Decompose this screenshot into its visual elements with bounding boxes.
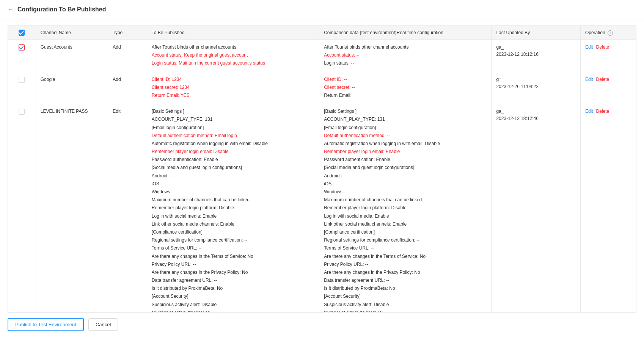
comparison-line: Is it distributed by ProximaBeta: No <box>324 285 487 292</box>
publish-line: iOS : -- <box>152 180 314 188</box>
content-area: Channel Name Type To Be Published Compar… <box>0 19 644 343</box>
table-row: LEVEL INFINITE PASSEdit[Basic Settings ]… <box>8 104 636 313</box>
row-checkbox[interactable] <box>19 44 25 51</box>
updated-at-text: 2023-12-26 11:04:22 <box>496 83 575 90</box>
comparison-line: Are there any changes in the Terms of Se… <box>324 253 487 260</box>
publish-line: Client ID: 1234 <box>152 76 314 83</box>
comparison-cell: After Tourist binds other channel accoun… <box>319 40 492 72</box>
row-checkbox-cell <box>8 40 36 72</box>
table-header-row: Channel Name Type To Be Published Compar… <box>8 26 636 40</box>
comparison-cell: Client ID: --Client secret: --Return Ema… <box>319 72 492 104</box>
table-row: GoogleAddClient ID: 1234Client secret: 1… <box>8 72 636 104</box>
op-links: EditDelete <box>585 76 631 83</box>
publish-line: Client secret: 1234 <box>152 84 314 91</box>
type-cell: Add <box>108 72 147 104</box>
comparison-line: Password authentication: Enable <box>324 156 487 163</box>
operation-cell: EditDelete <box>580 40 636 72</box>
updated-by-text: ga_ <box>496 108 575 115</box>
channel-name-cell: LEVEL INFINITE PASS <box>36 104 108 313</box>
edit-link[interactable]: Edit <box>585 44 593 51</box>
page-title: Configuration To Be Published <box>17 6 106 13</box>
table-row: Guest AccountsAddAfter Tourist binds oth… <box>8 40 636 72</box>
comparison-line: Are there any changes in the Privacy Pol… <box>324 269 487 276</box>
publish-line: [Account Security] <box>152 293 314 300</box>
config-table: Channel Name Type To Be Published Compar… <box>8 26 636 313</box>
comparison-line: Client ID: -- <box>324 76 487 83</box>
publish-line: Return Email: YES. <box>152 92 314 99</box>
header-comparison: Comparison data (test environment)Real-t… <box>319 26 492 40</box>
channel-name-cell: Google <box>36 72 108 104</box>
publish-line: Link other social media channels: Enable <box>152 221 314 228</box>
comparison-line: Regional settings for compliance certifi… <box>324 237 487 244</box>
header-checkbox[interactable] <box>19 30 25 36</box>
publish-line: [Social media and guest login configurat… <box>152 164 314 171</box>
type-cell: Add <box>108 40 147 72</box>
comparison-line: Client secret: -- <box>324 84 487 91</box>
delete-link[interactable]: Delete <box>596 44 609 51</box>
publish-line: Login status: Maintain the current guest… <box>152 60 314 67</box>
publish-line: Maximum number of channels that can be l… <box>152 196 314 204</box>
delete-link[interactable]: Delete <box>596 108 609 115</box>
publish-line: Log in with social media: Enable <box>152 213 314 220</box>
comparison-line: Account status: -- <box>324 52 487 59</box>
header-last-updated: Last Updated By <box>492 26 580 40</box>
op-links: EditDelete <box>585 44 631 51</box>
publish-line: Automatic registration when logging in w… <box>152 140 314 147</box>
comparison-line: Maximum number of channels that can be l… <box>324 196 487 204</box>
publish-line: ACCOUNT_PLAY_TYPE: 131 <box>152 116 314 123</box>
publish-line: [Email login configuration] <box>152 124 314 131</box>
publish-line: Data transfer agreement URL: -- <box>152 277 314 284</box>
row-checkbox-cell <box>8 72 36 104</box>
header-channel: Channel Name <box>36 26 108 40</box>
delete-link[interactable]: Delete <box>596 76 609 83</box>
publish-line: Remember player login email: Disable <box>152 148 314 155</box>
publish-line: Number of active devices: 10 <box>152 309 314 313</box>
cancel-button[interactable]: Cancel <box>88 318 118 331</box>
op-links: EditDelete <box>585 108 631 115</box>
row-checkbox-cell <box>8 104 36 313</box>
comparison-line: After Tourist binds other channel accoun… <box>324 44 487 51</box>
publish-button[interactable]: Publish to Test Environment <box>8 318 84 331</box>
comparison-line: Default authentication method: -- <box>324 132 487 139</box>
updated-by-text: g=_ <box>496 76 575 83</box>
comparison-line: Windows : -- <box>324 188 487 196</box>
publish-line: [Basic Settings ] <box>152 108 314 115</box>
comparison-line: Terms of Service URL: -- <box>324 245 487 252</box>
comparison-line: Remember player login email: Enable <box>324 148 487 155</box>
publish-line: Terms of Service URL: -- <box>152 245 314 252</box>
comparison-line: Suspicious activity alert: Disable <box>324 301 487 308</box>
to-be-published-cell: After Tourist binds other channel accoun… <box>147 40 319 72</box>
back-button[interactable]: ← <box>8 6 14 13</box>
to-be-published-cell: [Basic Settings ]ACCOUNT_PLAY_TYPE: 131[… <box>147 104 319 313</box>
comparison-line: Data transfer agreement URL: -- <box>324 277 487 284</box>
edit-link[interactable]: Edit <box>585 108 593 115</box>
publish-line: Account status: Keep the original guest … <box>152 52 314 59</box>
type-cell: Edit <box>108 104 147 313</box>
footer-bar: Publish to Test Environment Cancel <box>8 313 636 337</box>
row-checkbox[interactable] <box>19 77 25 83</box>
last-updated-cell: ga_2023-12-12 18:12:46 <box>492 104 580 313</box>
operation-info-icon[interactable]: i <box>608 30 613 36</box>
edit-link[interactable]: Edit <box>585 76 593 83</box>
row-checkbox[interactable] <box>19 109 25 115</box>
publish-line: Remember player login platform: Disable <box>152 204 314 212</box>
table-container: Channel Name Type To Be Published Compar… <box>8 25 636 313</box>
updated-by-text: ga_ <box>496 44 575 51</box>
publish-line: Suspicious activity alert: Disable <box>152 301 314 308</box>
comparison-cell: [Basic Settings ]ACCOUNT_PLAY_TYPE: 131[… <box>319 104 492 313</box>
comparison-line: [Basic Settings ] <box>324 108 487 115</box>
comparison-line: ACCOUNT_PLAY_TYPE: 131 <box>324 116 487 123</box>
publish-line: After Tourist binds other channel accoun… <box>152 44 314 51</box>
operation-cell: EditDelete <box>580 72 636 104</box>
comparison-line: Log in with social media: Enable <box>324 213 487 220</box>
channel-name-cell: Guest Accounts <box>36 40 108 72</box>
comparison-line: [Compliance certification] <box>324 229 487 236</box>
comparison-line: [Email login configuration] <box>324 124 487 131</box>
publish-line: Is it distributed by ProximaBeta: No <box>152 285 314 292</box>
header-to-be-published: To Be Published <box>147 26 319 40</box>
header-type: Type <box>108 26 147 40</box>
publish-line: Password authentication: Enable <box>152 156 314 163</box>
to-be-published-cell: Client ID: 1234Client secret: 1234Return… <box>147 72 319 104</box>
comparison-line: Link other social media channels: Enable <box>324 221 487 228</box>
comparison-line: Automatic registration when logging in w… <box>324 140 487 147</box>
